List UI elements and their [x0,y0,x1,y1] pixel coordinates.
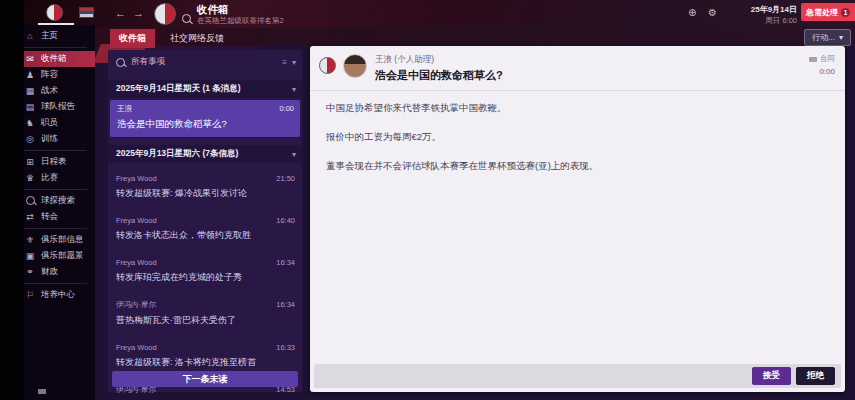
message-time: 16:33 [276,343,295,352]
message-sender: Freya Wood [116,174,157,183]
group-date-label: 2025年9月13日星期六 (7条信息) [116,148,238,160]
next-unread-button[interactable]: 下一条未读 [112,371,298,387]
chevron-down-icon: ▾ [292,85,296,94]
home-icon: ⌂ [24,31,36,41]
message-subject: 转发超级联赛: 洛卡将约克推至榜首 [116,356,295,369]
sidebar-label: 阵容 [41,69,58,81]
message-time: 21:50 [276,174,295,183]
date-group-header[interactable]: 2025年9月14日星期天 (1 条消息) ▾ [108,80,302,98]
tab-social-feedback[interactable]: 社交网络反馈 [161,29,233,48]
club-crest-icon [319,57,336,74]
chevron-down-icon: ▾ [292,150,296,159]
sidebar-divider [24,189,87,190]
date-text: 25年9月14日 [727,4,797,15]
report-icon: ▤ [24,102,36,112]
filter-all-items-label: 所有事项 [131,56,165,68]
message-title: 浩会是中国的救命稻草么? [375,68,503,83]
message-paragraph: 董事会现在并不会评估球队本赛季在世界杯预选赛(亚)上的表现。 [326,159,829,173]
inbox-message-list: 所有事项 ≡ ▾ 2025年9月14日星期天 (1 条消息) ▾ 王浪 0:00… [108,50,302,392]
sort-menu-icon[interactable]: ≡ [282,58,287,67]
sidebar-label: 战术 [41,85,58,97]
search-icon[interactable] [182,9,191,27]
game-date: 25年9月14日 周日 6:00 [727,4,797,26]
sidebar-divider [24,150,87,151]
message-sender: Freya Wood [116,258,157,267]
date-group-header[interactable]: 2025年9月13日星期六 (7条信息) ▾ [108,145,302,163]
list-item[interactable]: Freya Wood16:33 转发超级联赛: 洛卡将约克推至榜首 [108,339,302,374]
mail-icon: ✉ [24,54,36,64]
message-timestamp: 0:00 [809,67,835,76]
message-subject: 转发超级联赛: 爆冷战果引发讨论 [116,187,295,200]
tactics-board-icon: ▦ [24,86,36,96]
settings-gear-icon[interactable]: ⚙ [708,7,717,18]
calendar-icon: ⊞ [24,157,36,167]
left-rail [0,0,24,400]
list-item-selected[interactable]: 王浪 0:00 浩会是中国的救命稻草么? [110,100,300,137]
trophy-icon: ♛ [24,173,36,183]
back-arrow-icon[interactable]: ← [115,6,126,20]
message-subject: 转发库珀完成在约克城的处子秀 [116,271,295,284]
message-header: 王浪 (个人助理) 浩会是中国的救命稻草么? 合同 0:00 [310,46,845,91]
reject-button[interactable]: 拒绝 [796,367,835,385]
sidebar-label: 培养中心 [41,289,75,301]
sidebar-divider [24,283,87,284]
day-time-text: 周日 6:00 [727,16,797,26]
transfer-arrows-icon: ⇄ [24,212,36,222]
briefcase-icon: ▣ [24,251,36,261]
whistle-icon: ⚐ [24,290,36,300]
sidebar-label: 日程表 [41,156,67,168]
coins-icon: ⚭ [24,267,36,277]
sender-name: 王浪 (个人助理) [375,54,503,66]
sidebar-label: 财政 [41,266,58,278]
message-paragraph: 中国足协希望你来代替李铁执掌中国教鞭。 [326,101,829,115]
sidebar-label: 收件箱 [41,53,67,65]
message-category: 合同 [820,54,835,64]
list-item[interactable]: Freya Wood16:34 转发库珀完成在约克城的处子秀 [108,254,302,289]
sidebar-divider [24,47,87,48]
message-time: 16:40 [276,216,295,225]
message-action-bar: 接受 拒绝 [314,364,841,388]
message-sender: 王浪 [117,104,132,114]
message-paragraph: 报价中的工资为每周€2万。 [326,130,829,144]
sidebar-label: 训练 [41,133,58,145]
search-icon [116,58,125,67]
sidebar-label: 俱乐部愿景 [41,250,84,262]
list-filter-row[interactable]: 所有事项 ≡ ▾ [108,50,302,72]
sidebar-label: 主页 [41,30,58,42]
page-subtitle: 在英格兰超级联赛排名第2 [197,16,284,26]
list-item[interactable]: Freya Wood21:50 转发超级联赛: 爆冷战果引发讨论 [108,170,302,205]
staff-icon: ♞ [24,118,36,128]
globe-icon[interactable]: ⊕ [688,7,696,18]
fm-window: ← → 收件箱 在英格兰超级联赛排名第2 ⊕ ⚙ 25年9月14日 周日 6:0… [0,0,855,400]
actions-label: 行动... [812,32,835,43]
chevron-down-icon[interactable]: ▾ [292,58,296,67]
sidebar-label: 转会 [41,211,58,223]
chevron-down-icon: ▾ [839,33,843,42]
message-subject: 转发洛卡状态出众，带领约克取胜 [116,229,295,242]
actions-dropdown-button[interactable]: 行动... ▾ [804,29,851,46]
message-sender: Freya Wood [116,343,157,352]
list-item[interactable]: Freya Wood16:40 转发洛卡状态出众，带领约克取胜 [108,212,302,247]
inbox-tabs: 收件箱 社交网络反馈 [110,29,233,48]
page-title: 收件箱 [197,3,229,17]
club-crest-icon [154,3,176,25]
sidebar-label: 球探搜索 [41,195,75,207]
message-body: 中国足协希望你来代替李铁执掌中国教鞭。 报价中的工资为每周€2万。 董事会现在并… [310,91,845,197]
contract-tag-icon [809,57,817,62]
sidebar-label: 球队报告 [41,101,75,113]
accept-button[interactable]: 接受 [752,367,791,385]
continue-urgent-button[interactable]: 急需处理 1 [801,3,855,21]
footer-badge [38,389,46,394]
message-subject: 浩会是中国的救命稻草么? [117,118,294,131]
shield-icon: ⚜ [24,235,36,245]
forward-arrow-icon[interactable]: → [133,6,144,20]
sender-avatar [343,54,367,78]
tab-inbox[interactable]: 收件箱 [110,29,155,48]
urgent-count-badge: 1 [841,8,850,17]
message-time: 0:00 [279,104,294,114]
club-crest-tab-icon[interactable] [46,4,63,21]
sidebar-label: 俱乐部信息 [41,234,84,246]
nation-flag-tab-icon[interactable] [79,7,94,18]
list-item[interactable]: 伊冯内·摩尔16:34 普热梅斯瓦夫·雷巴科夫受伤了 [108,296,302,332]
training-icon: ◎ [24,134,36,144]
